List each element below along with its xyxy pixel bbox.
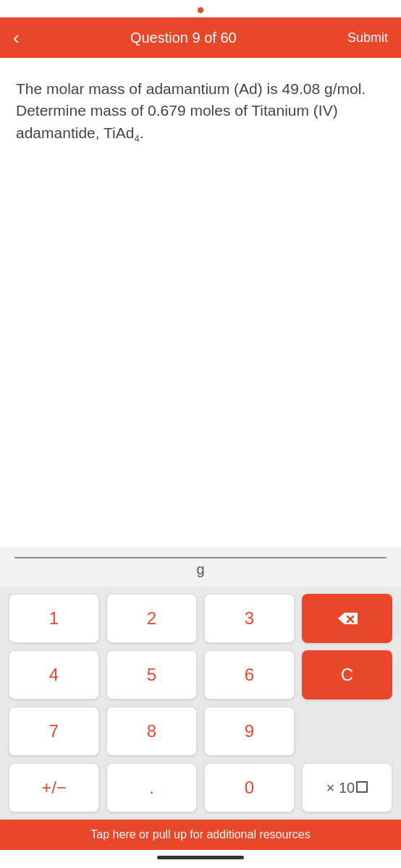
exponent-box [356,781,368,793]
header: ‹ Question 9 of 60 Submit [0,17,401,58]
key-1[interactable]: 1 [9,594,99,643]
key-3[interactable]: 3 [204,594,295,643]
key-7[interactable]: 7 [9,707,99,756]
keypad-grid: 1 2 3 4 5 6 C 7 8 9 +/− . 0 × 10 [0,587,401,820]
bottom-handle-bar [157,856,244,859]
clear-button[interactable]: C [302,650,392,699]
back-button[interactable]: ‹ [13,25,25,50]
question-area: The molar mass of adamantium (Ad) is 49.… [0,58,401,547]
submit-button[interactable]: Submit [342,27,388,48]
key-6[interactable]: 6 [204,650,295,699]
key-x10[interactable]: × 10 [302,763,392,812]
input-display-wrapper: g [0,547,401,587]
question-text: The molar mass of adamantium (Ad) is 49.… [16,78,385,146]
keypad-section: g 1 2 3 4 5 6 C 7 8 9 +/− . 0 [0,547,401,820]
x10-content: × 10 [326,780,368,796]
key-9[interactable]: 9 [204,707,295,756]
key-plus-minus[interactable]: +/− [9,763,99,812]
backspace-button[interactable] [302,594,392,643]
key-decimal[interactable]: . [106,763,197,812]
status-dot [198,7,203,13]
bottom-handle [0,850,401,868]
key-0[interactable]: 0 [204,763,295,812]
key-4[interactable]: 4 [9,650,99,699]
key-2[interactable]: 2 [106,594,197,643]
input-unit: g [196,558,204,584]
bottom-bar[interactable]: Tap here or pull up for additional resou… [0,820,401,850]
question-progress: Question 9 of 60 [25,30,342,46]
top-dot-bar [0,0,401,17]
key-8[interactable]: 8 [106,707,197,756]
bottom-bar-text: Tap here or pull up for additional resou… [90,828,310,841]
key-5[interactable]: 5 [106,650,197,699]
